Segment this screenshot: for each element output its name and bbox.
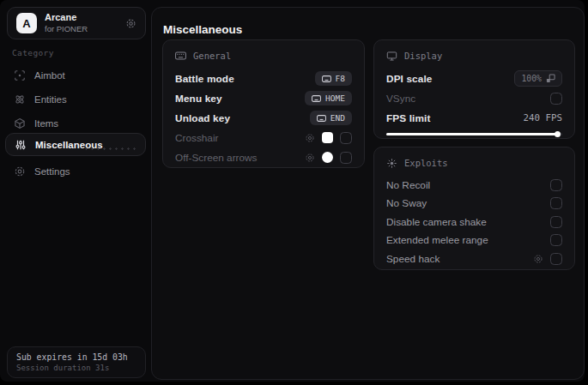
slider-fill <box>386 133 559 135</box>
fps-limit-label: FPS limit <box>386 112 431 124</box>
extended-melee-range-checkbox[interactable] <box>550 234 562 246</box>
offscreen-arrows-checkbox[interactable] <box>340 152 352 164</box>
vsync-row: VSync <box>386 88 562 108</box>
sidebar-item-aimbot[interactable]: Aimbot <box>5 65 146 86</box>
no-recoil-checkbox[interactable] <box>550 179 562 191</box>
gear-icon <box>14 165 26 177</box>
app-logo: A <box>16 13 37 33</box>
menu-key-keybind[interactable]: HOME <box>305 91 352 105</box>
battle-mode-keybind[interactable]: F8 <box>315 71 352 86</box>
unload-key-keybind[interactable]: END <box>310 111 352 125</box>
brand-card: A Arcane for PIONER <box>7 7 146 39</box>
app-subtitle: for PIONER <box>45 24 118 34</box>
no-recoil-row: No Recoil <box>386 176 562 195</box>
keybind-value: HOME <box>325 93 345 103</box>
offscreen-arrows-row: Off-Screen arrows <box>175 147 352 167</box>
scale-icon <box>546 74 555 83</box>
sidebar: A Arcane for PIONER Category Aimbot <box>0 0 151 382</box>
gear-icon[interactable] <box>125 18 136 29</box>
general-panel-header: General <box>175 49 352 63</box>
dpi-scale-label: DPI scale <box>386 73 433 85</box>
keyboard-icon <box>312 95 321 102</box>
offscreen-color-swatch[interactable] <box>322 152 333 163</box>
speed-hack-label: Speed hack <box>386 253 439 265</box>
fps-limit-value: 240 FPS <box>523 112 562 123</box>
no-sway-row: No Sway <box>386 195 562 214</box>
sub-expiry-text: Sub expires in 15d 03h <box>16 352 136 362</box>
sidebar-item-entities[interactable]: Entities <box>5 89 146 110</box>
dpi-scale-control[interactable]: 100% <box>514 70 562 87</box>
page-title: Miscellaneous <box>163 23 242 36</box>
exploits-panel-title: Exploits <box>404 158 448 168</box>
no-sway-checkbox[interactable] <box>550 197 562 209</box>
keyboard-icon <box>322 75 331 82</box>
keybind-value: F8 <box>336 74 345 83</box>
sliders-icon <box>15 139 27 151</box>
extended-melee-range-row: Extended melee range <box>386 232 562 250</box>
gear-icon[interactable] <box>305 133 315 143</box>
menu-key-row: Menu key HOME <box>175 88 352 108</box>
disable-camera-shake-checkbox[interactable] <box>550 216 562 228</box>
main-panel: Miscellaneous General Battle mode F8 <box>151 7 585 380</box>
speed-hack-row: Speed hack <box>386 250 562 268</box>
vsync-checkbox[interactable] <box>550 93 562 105</box>
disable-camera-shake-row: Disable camera shake <box>386 213 562 232</box>
crosshair-label: Crosshair <box>175 132 218 144</box>
vsync-label: VSync <box>386 93 415 105</box>
no-sway-label: No Sway <box>386 197 427 209</box>
gear-icon[interactable] <box>533 254 543 264</box>
keybind-value: END <box>330 113 345 123</box>
no-recoil-label: No Recoil <box>386 179 430 191</box>
cube-icon <box>14 117 26 129</box>
app-name: Arcane <box>45 12 118 24</box>
display-panel-title: Display <box>404 51 442 61</box>
sidebar-item-label: Settings <box>34 166 70 177</box>
battle-mode-row: Battle mode F8 <box>175 69 352 88</box>
battle-mode-label: Battle mode <box>175 73 234 85</box>
sidebar-item-label: Aimbot <box>34 70 65 81</box>
monitor-icon <box>386 51 397 62</box>
speed-hack-checkbox[interactable] <box>550 253 562 265</box>
sidebar-item-settings[interactable]: Settings <box>5 161 146 182</box>
fps-limit-slider[interactable] <box>386 131 562 136</box>
sidebar-item-label: Entities <box>34 94 67 105</box>
offscreen-arrows-label: Off-Screen arrows <box>175 152 258 164</box>
sidebar-item-label: Items <box>34 118 58 129</box>
slider-knob[interactable] <box>555 131 561 137</box>
dpi-scale-value: 100% <box>521 74 542 83</box>
dpi-scale-row: DPI scale 100% <box>386 69 562 88</box>
session-duration-text: Session duration 31s <box>16 364 136 372</box>
fps-limit-row: FPS limit 240 FPS <box>386 108 562 128</box>
gear-icon[interactable] <box>305 153 315 163</box>
disable-camera-shake-label: Disable camera shake <box>386 216 487 228</box>
exploits-panel-header: Exploits <box>386 156 562 170</box>
subscription-card: Sub expires in 15d 03h Session duration … <box>7 346 146 378</box>
general-panel: General Battle mode F8 Menu key HOME <box>162 39 365 168</box>
unload-key-row: Unload key END <box>175 108 352 128</box>
display-panel-header: Display <box>386 49 562 63</box>
crosshair-icon <box>14 69 26 81</box>
keyboard-icon <box>317 115 326 122</box>
crosshair-color-swatch[interactable] <box>322 132 333 143</box>
exploits-panel: Exploits No Recoil No Sway Disable camer… <box>373 147 575 270</box>
extended-melee-range-label: Extended melee range <box>386 234 488 246</box>
menu-key-label: Menu key <box>175 93 222 105</box>
atom-icon <box>14 93 26 105</box>
keyboard-icon <box>175 51 186 60</box>
display-panel: Display DPI scale 100% VSync FP <box>373 39 575 139</box>
virus-icon <box>386 158 397 169</box>
active-item-dots <box>83 146 136 152</box>
crosshair-row: Crosshair <box>175 128 352 147</box>
category-label: Category <box>12 48 54 57</box>
app-window: A Arcane for PIONER Category Aimbot <box>0 0 585 382</box>
crosshair-checkbox[interactable] <box>340 132 352 144</box>
unload-key-label: Unload key <box>175 112 230 124</box>
brand-text: Arcane for PIONER <box>45 12 118 34</box>
sidebar-item-items[interactable]: Items <box>5 113 146 134</box>
sidebar-item-miscellaneous[interactable]: Miscellaneous <box>5 133 146 156</box>
general-panel-title: General <box>193 51 231 61</box>
